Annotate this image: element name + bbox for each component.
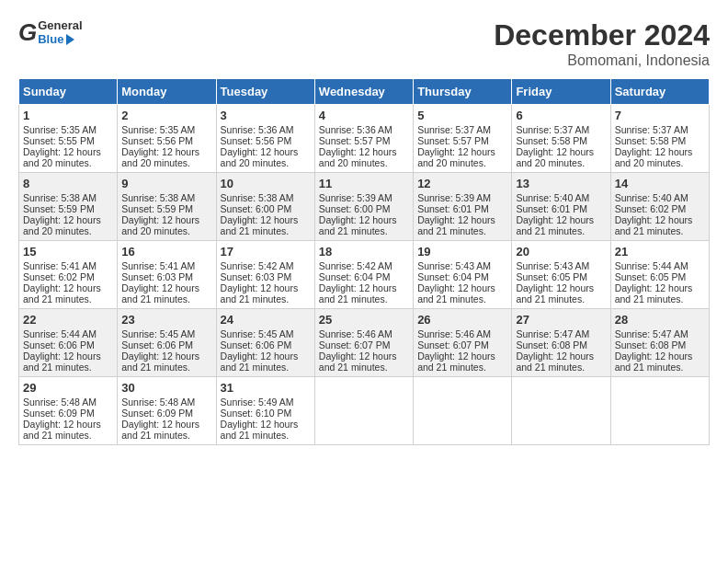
- calendar-cell: 21Sunrise: 5:44 AMSunset: 6:05 PMDayligh…: [610, 241, 709, 309]
- calendar-cell: 20Sunrise: 5:43 AMSunset: 6:05 PMDayligh…: [512, 241, 610, 309]
- daylight-text: Daylight: 12 hours and 21 minutes.: [516, 350, 606, 373]
- calendar-cell: 31Sunrise: 5:49 AMSunset: 6:10 PMDayligh…: [216, 377, 314, 445]
- sunrise-text: Sunrise: 5:47 AM: [516, 328, 606, 339]
- sunset-text: Sunset: 5:55 PM: [23, 135, 113, 146]
- calendar-cell: 27Sunrise: 5:47 AMSunset: 6:08 PMDayligh…: [512, 309, 610, 377]
- day-number: 8: [23, 177, 113, 190]
- sunset-text: Sunset: 5:56 PM: [121, 135, 211, 146]
- calendar-cell: 29Sunrise: 5:48 AMSunset: 6:09 PMDayligh…: [19, 377, 118, 445]
- calendar-cell: 13Sunrise: 5:40 AMSunset: 6:01 PMDayligh…: [512, 173, 610, 241]
- calendar-day-header: Saturday: [610, 79, 709, 105]
- calendar-day-header: Thursday: [414, 79, 512, 105]
- daylight-text: Daylight: 12 hours and 20 minutes.: [516, 146, 606, 168]
- calendar-cell: 4Sunrise: 5:36 AMSunset: 5:57 PMDaylight…: [314, 105, 413, 173]
- calendar-cell: 26Sunrise: 5:46 AMSunset: 6:07 PMDayligh…: [414, 309, 512, 377]
- sunset-text: Sunset: 6:06 PM: [221, 339, 311, 350]
- daylight-text: Daylight: 12 hours and 21 minutes.: [319, 282, 409, 304]
- sunset-text: Sunset: 6:01 PM: [516, 203, 606, 214]
- sunrise-text: Sunrise: 5:41 AM: [23, 260, 113, 271]
- sunset-text: Sunset: 6:08 PM: [615, 339, 705, 350]
- sunrise-text: Sunrise: 5:46 AM: [417, 328, 507, 339]
- calendar-week-row: 29Sunrise: 5:48 AMSunset: 6:09 PMDayligh…: [19, 377, 710, 445]
- daylight-text: Daylight: 12 hours and 21 minutes.: [23, 419, 113, 441]
- calendar-cell: 1Sunrise: 5:35 AMSunset: 5:55 PMDaylight…: [19, 105, 118, 173]
- day-number: 30: [121, 381, 211, 395]
- calendar-cell: [512, 377, 610, 445]
- calendar-cell: 18Sunrise: 5:42 AMSunset: 6:04 PMDayligh…: [314, 241, 413, 309]
- daylight-text: Daylight: 12 hours and 21 minutes.: [417, 214, 507, 236]
- sunset-text: Sunset: 5:59 PM: [23, 203, 113, 214]
- day-number: 6: [516, 109, 606, 122]
- daylight-text: Daylight: 12 hours and 21 minutes.: [221, 419, 311, 441]
- daylight-text: Daylight: 12 hours and 21 minutes.: [221, 282, 311, 304]
- daylight-text: Daylight: 12 hours and 21 minutes.: [121, 419, 211, 441]
- sunrise-text: Sunrise: 5:37 AM: [615, 124, 705, 135]
- daylight-text: Daylight: 12 hours and 20 minutes.: [121, 146, 211, 168]
- sunrise-text: Sunrise: 5:40 AM: [615, 192, 705, 203]
- daylight-text: Daylight: 12 hours and 21 minutes.: [319, 214, 409, 236]
- sunset-text: Sunset: 6:07 PM: [417, 339, 507, 350]
- day-number: 7: [615, 109, 705, 122]
- daylight-text: Daylight: 12 hours and 21 minutes.: [615, 282, 705, 304]
- day-number: 4: [319, 109, 409, 122]
- sunset-text: Sunset: 6:08 PM: [516, 339, 606, 350]
- day-number: 21: [615, 245, 705, 259]
- day-number: 11: [319, 177, 409, 190]
- calendar-week-row: 15Sunrise: 5:41 AMSunset: 6:02 PMDayligh…: [19, 241, 710, 309]
- title-block: December 2024 Bomomani, Indonesia: [494, 18, 710, 69]
- calendar-week-row: 22Sunrise: 5:44 AMSunset: 6:06 PMDayligh…: [19, 309, 710, 377]
- sunset-text: Sunset: 6:03 PM: [221, 271, 311, 282]
- sunrise-text: Sunrise: 5:39 AM: [417, 192, 507, 203]
- calendar-week-row: 1Sunrise: 5:35 AMSunset: 5:55 PMDaylight…: [19, 105, 710, 173]
- sunrise-text: Sunrise: 5:44 AM: [23, 328, 113, 339]
- day-number: 5: [417, 109, 507, 122]
- sunrise-text: Sunrise: 5:38 AM: [121, 192, 211, 203]
- day-number: 13: [516, 177, 606, 190]
- sunset-text: Sunset: 6:04 PM: [319, 271, 409, 282]
- sunrise-text: Sunrise: 5:45 AM: [121, 328, 211, 339]
- sunset-text: Sunset: 5:57 PM: [417, 135, 507, 146]
- logo-triangle-icon: [66, 34, 74, 45]
- logo-g-letter: G: [18, 18, 37, 47]
- sunset-text: Sunset: 6:02 PM: [615, 203, 705, 214]
- calendar-cell: 14Sunrise: 5:40 AMSunset: 6:02 PMDayligh…: [610, 173, 709, 241]
- sunset-text: Sunset: 5:56 PM: [221, 135, 311, 146]
- calendar-cell: 12Sunrise: 5:39 AMSunset: 6:01 PMDayligh…: [414, 173, 512, 241]
- page-title: December 2024: [494, 18, 710, 52]
- daylight-text: Daylight: 12 hours and 21 minutes.: [121, 350, 211, 373]
- sunrise-text: Sunrise: 5:39 AM: [319, 192, 409, 203]
- day-number: 14: [615, 177, 705, 190]
- calendar-day-header: Wednesday: [314, 79, 413, 105]
- sunrise-text: Sunrise: 5:36 AM: [221, 124, 311, 135]
- calendar-cell: 17Sunrise: 5:42 AMSunset: 6:03 PMDayligh…: [216, 241, 314, 309]
- daylight-text: Daylight: 12 hours and 20 minutes.: [121, 214, 211, 236]
- calendar-cell: 15Sunrise: 5:41 AMSunset: 6:02 PMDayligh…: [19, 241, 118, 309]
- sunrise-text: Sunrise: 5:35 AM: [121, 124, 211, 135]
- day-number: 3: [221, 109, 311, 122]
- daylight-text: Daylight: 12 hours and 21 minutes.: [615, 214, 705, 236]
- daylight-text: Daylight: 12 hours and 21 minutes.: [121, 282, 211, 304]
- calendar-day-header: Friday: [512, 79, 610, 105]
- calendar-cell: 24Sunrise: 5:45 AMSunset: 6:06 PMDayligh…: [216, 309, 314, 377]
- calendar-cell: 28Sunrise: 5:47 AMSunset: 6:08 PMDayligh…: [610, 309, 709, 377]
- daylight-text: Daylight: 12 hours and 21 minutes.: [615, 350, 705, 373]
- sunrise-text: Sunrise: 5:49 AM: [221, 396, 311, 408]
- daylight-text: Daylight: 12 hours and 21 minutes.: [319, 350, 409, 373]
- sunset-text: Sunset: 6:05 PM: [615, 271, 705, 282]
- daylight-text: Daylight: 12 hours and 21 minutes.: [221, 214, 311, 236]
- logo-blue-text: Blue: [38, 33, 63, 46]
- calendar-cell: 10Sunrise: 5:38 AMSunset: 6:00 PMDayligh…: [216, 173, 314, 241]
- calendar-cell: [414, 377, 512, 445]
- page-subtitle: Bomomani, Indonesia: [494, 52, 710, 69]
- sunrise-text: Sunrise: 5:35 AM: [23, 124, 113, 135]
- calendar-cell: 2Sunrise: 5:35 AMSunset: 5:56 PMDaylight…: [118, 105, 216, 173]
- calendar-day-header: Sunday: [19, 79, 118, 105]
- sunset-text: Sunset: 6:00 PM: [319, 203, 409, 214]
- sunrise-text: Sunrise: 5:48 AM: [23, 396, 113, 408]
- day-number: 19: [417, 245, 507, 259]
- sunset-text: Sunset: 5:57 PM: [319, 135, 409, 146]
- calendar-cell: 16Sunrise: 5:41 AMSunset: 6:03 PMDayligh…: [118, 241, 216, 309]
- daylight-text: Daylight: 12 hours and 20 minutes.: [23, 146, 113, 168]
- calendar-cell: 30Sunrise: 5:48 AMSunset: 6:09 PMDayligh…: [118, 377, 216, 445]
- calendar-day-header: Monday: [118, 79, 216, 105]
